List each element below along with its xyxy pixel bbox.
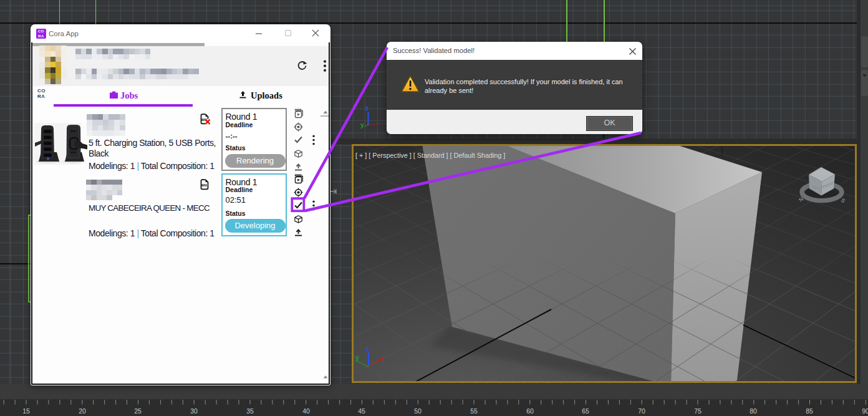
svg-text:MAX: MAX: [201, 183, 208, 187]
svg-text:90: 90: [862, 407, 868, 415]
svg-text:70: 70: [638, 407, 645, 415]
svg-text:35: 35: [246, 407, 254, 415]
svg-text:85: 85: [806, 407, 813, 415]
svg-text:40: 40: [302, 407, 310, 415]
svg-text:y: y: [360, 122, 364, 128]
svg-text:50: 50: [414, 407, 422, 415]
svg-text:25: 25: [134, 407, 142, 415]
svg-text:z: z: [365, 105, 369, 112]
svg-text:60: 60: [526, 407, 534, 415]
svg-text:55: 55: [470, 407, 478, 415]
svg-text:y: y: [355, 354, 359, 361]
svg-text:65: 65: [582, 407, 589, 415]
svg-text:15: 15: [22, 407, 30, 415]
svg-text:75: 75: [694, 407, 702, 415]
svg-text:30: 30: [190, 407, 198, 415]
svg-text:[ + ] [ Perspective ] [ Standa: [ + ] [ Perspective ] [ Standard ] [ Def…: [355, 152, 505, 159]
svg-text:80: 80: [750, 407, 757, 415]
svg-text:20: 20: [79, 407, 86, 415]
svg-text:z: z: [366, 346, 369, 352]
svg-text:x: x: [380, 356, 383, 363]
svg-text:45: 45: [358, 407, 365, 415]
